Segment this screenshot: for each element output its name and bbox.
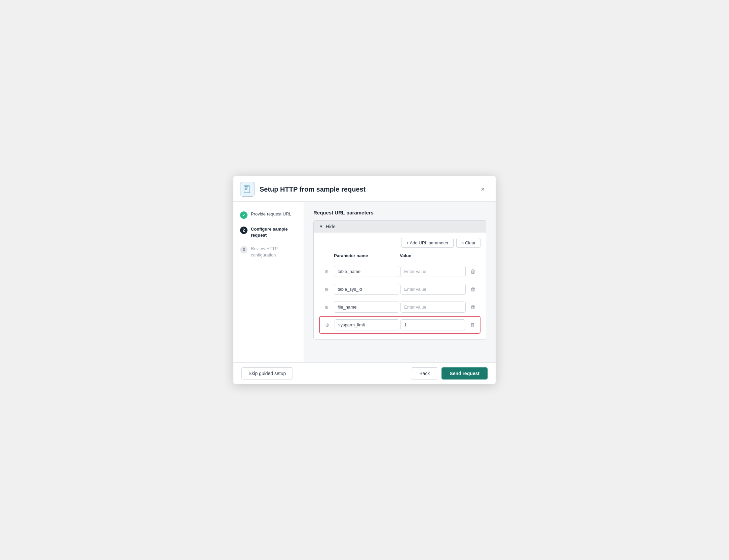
- drag-handle[interactable]: ⊕: [320, 269, 333, 275]
- skip-guided-setup-button[interactable]: Skip guided setup: [241, 367, 293, 379]
- main-content: Request URL parameters ▼ Hide + Add URL …: [304, 202, 496, 362]
- drag-handle[interactable]: ⊕: [320, 286, 333, 292]
- col-param-name: Parameter name: [333, 253, 400, 258]
- modal: HTTP Setup HTTP from sample request × ✓ …: [233, 176, 496, 384]
- param-name-input-2[interactable]: [334, 284, 399, 295]
- param-name-input-1[interactable]: [334, 266, 399, 277]
- http-icon: HTTP: [240, 182, 255, 197]
- step-1-badge: ✓: [240, 211, 247, 219]
- hide-toggle[interactable]: Hide: [326, 224, 336, 229]
- step-3-label: Review HTTP configuration: [251, 246, 298, 258]
- close-button[interactable]: ×: [478, 185, 488, 194]
- drag-handle[interactable]: ⊕: [320, 304, 333, 310]
- step-1-label: Provide request URL: [251, 211, 292, 217]
- step-3-badge: 3: [240, 246, 247, 253]
- param-value-input-1[interactable]: [400, 266, 466, 277]
- footer-right: Back Send request: [411, 367, 488, 379]
- step-3: 3 Review HTTP configuration: [240, 246, 298, 258]
- table-row: ⊕ 🗑: [319, 280, 481, 298]
- card-header: ▼ Hide: [314, 221, 486, 233]
- delete-row-3-button[interactable]: 🗑: [467, 303, 479, 312]
- drag-handle[interactable]: ⊕: [321, 322, 333, 328]
- param-value-input-4[interactable]: [400, 319, 465, 330]
- step-1: ✓ Provide request URL: [240, 211, 298, 219]
- section-title: Request URL parameters: [313, 210, 486, 215]
- step-2: 2 Configure sample request: [240, 226, 298, 238]
- step-2-badge: 2: [240, 227, 247, 234]
- param-value-input-3[interactable]: [400, 302, 466, 313]
- modal-header: HTTP Setup HTTP from sample request ×: [233, 176, 496, 202]
- col-value: Value: [400, 253, 467, 258]
- param-name-input-3[interactable]: [334, 302, 399, 313]
- table-header: Parameter name Value: [319, 253, 481, 261]
- clear-button[interactable]: × Clear: [456, 238, 481, 248]
- toolbar: + Add URL parameter × Clear: [319, 238, 481, 248]
- delete-row-2-button[interactable]: 🗑: [467, 285, 479, 294]
- delete-row-4-button[interactable]: 🗑: [466, 321, 478, 329]
- table-row: ⊕ 🗑: [319, 298, 481, 316]
- table-row-highlighted: ⊕ 🗑: [319, 316, 481, 334]
- svg-rect-2: [245, 188, 247, 189]
- step-2-label: Configure sample request: [251, 226, 298, 238]
- chevron-icon: ▼: [319, 224, 323, 229]
- sidebar: ✓ Provide request URL 2 Configure sample…: [233, 202, 304, 362]
- svg-text:HTTP: HTTP: [245, 186, 248, 187]
- back-button[interactable]: Back: [411, 367, 438, 379]
- param-name-input-4[interactable]: [335, 319, 399, 330]
- send-request-button[interactable]: Send request: [442, 367, 488, 379]
- col-delete: [467, 253, 479, 258]
- table-row: ⊕ 🗑: [319, 263, 481, 280]
- params-table: Parameter name Value ⊕ 🗑: [319, 253, 481, 334]
- modal-body: ✓ Provide request URL 2 Configure sample…: [233, 202, 496, 362]
- col-drag: [320, 253, 333, 258]
- url-params-card: ▼ Hide + Add URL parameter × Clear Param…: [313, 220, 486, 339]
- modal-footer: Skip guided setup Back Send request: [233, 362, 496, 384]
- param-value-input-2[interactable]: [400, 284, 466, 295]
- card-body: + Add URL parameter × Clear Parameter na…: [314, 233, 486, 339]
- add-url-parameter-button[interactable]: + Add URL parameter: [401, 238, 454, 248]
- modal-title: Setup HTTP from sample request: [260, 186, 366, 193]
- svg-rect-3: [245, 189, 247, 190]
- delete-row-1-button[interactable]: 🗑: [467, 267, 479, 276]
